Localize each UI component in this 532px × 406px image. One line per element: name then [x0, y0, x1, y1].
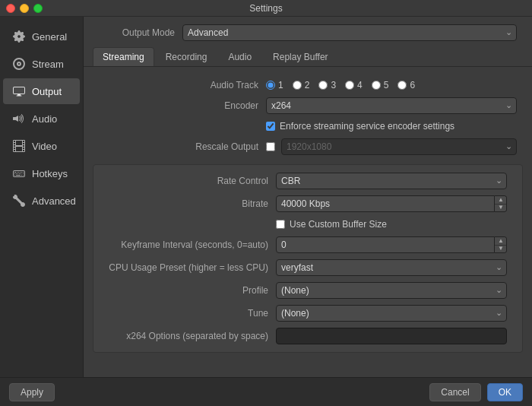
- cpu-preset-row: CPU Usage Preset (higher = less CPU) ver…: [93, 256, 522, 279]
- apply-button[interactable]: Apply: [9, 383, 55, 401]
- audio-track-3-radio[interactable]: [318, 81, 328, 90]
- bitrate-stepper: ▲ ▼: [276, 195, 507, 212]
- keyframe-up-button[interactable]: ▲: [495, 237, 507, 246]
- rate-control-row: Rate Control CBR: [93, 170, 522, 192]
- rescale-control: 1920x1080: [266, 138, 517, 155]
- audio-track-4-radio[interactable]: [345, 81, 354, 90]
- tab-recording[interactable]: Recording: [156, 47, 217, 66]
- custom-buffer-row: Use Custom Buffer Size: [93, 215, 522, 233]
- traffic-lights: [6, 4, 43, 13]
- sidebar-label-general: General: [32, 31, 67, 43]
- sidebar-label-audio: Audio: [32, 113, 57, 125]
- sidebar-item-video[interactable]: Video: [3, 133, 80, 159]
- x264-options-label: x264 Options (separated by space): [109, 331, 276, 341]
- audio-track-6[interactable]: 6: [397, 80, 415, 90]
- footer: Apply Cancel OK: [0, 377, 532, 406]
- sidebar: General Stream Output: [0, 17, 84, 377]
- advanced-settings-section: Rate Control CBR Bitrate: [93, 164, 523, 353]
- bitrate-control: ▲ ▼: [276, 195, 507, 212]
- audio-track-4[interactable]: 4: [345, 80, 363, 90]
- custom-buffer-checkbox[interactable]: [276, 220, 285, 229]
- output-mode-select[interactable]: Advanced: [182, 24, 517, 41]
- footer-right: Cancel OK: [429, 383, 523, 401]
- audio-track-5[interactable]: 5: [372, 80, 389, 90]
- rate-control-select[interactable]: CBR: [276, 173, 507, 189]
- stream-icon: [12, 57, 26, 71]
- tune-row: Tune (None): [93, 302, 522, 325]
- keyframe-row: Keyframe Interval (seconds, 0=auto) ▲ ▼: [93, 233, 522, 256]
- sidebar-item-general[interactable]: General: [3, 24, 80, 49]
- tab-streaming[interactable]: Streaming: [93, 47, 154, 66]
- audio-track-2[interactable]: 2: [293, 80, 310, 90]
- tab-replay-buffer[interactable]: Replay Buffer: [263, 47, 338, 66]
- rate-control-select-wrapper: CBR: [276, 173, 507, 189]
- title-bar: Settings: [0, 0, 532, 17]
- enforce-checkbox[interactable]: [266, 122, 275, 131]
- audio-track-3[interactable]: 3: [318, 80, 336, 90]
- bitrate-down-button[interactable]: ▼: [495, 205, 507, 212]
- audio-track-1-radio[interactable]: [266, 81, 275, 90]
- output-mode-row: Output Mode Advanced: [84, 17, 532, 47]
- profile-row: Profile (None): [93, 279, 522, 302]
- encoder-label: Encoder: [99, 100, 266, 111]
- encoder-row: Encoder x264: [84, 94, 532, 117]
- rescale-label: Rescale Output: [99, 141, 266, 152]
- cpu-preset-control: veryfast: [276, 259, 507, 276]
- profile-select[interactable]: (None): [276, 282, 507, 299]
- audio-track-label: Audio Track: [99, 80, 266, 90]
- maximize-button[interactable]: [33, 4, 43, 13]
- audio-track-row: Audio Track 1 2 3: [84, 76, 532, 94]
- cpu-preset-select[interactable]: veryfast: [276, 259, 507, 276]
- main-container: General Stream Output: [0, 17, 532, 377]
- audio-track-6-radio[interactable]: [397, 81, 407, 90]
- sidebar-label-hotkeys: Hotkeys: [32, 168, 68, 179]
- profile-control: (None): [276, 282, 507, 299]
- rescale-select[interactable]: 1920x1080: [281, 138, 517, 155]
- audio-track-1[interactable]: 1: [266, 80, 283, 90]
- keyframe-spin-buttons: ▲ ▼: [495, 236, 507, 253]
- custom-buffer-control: Use Custom Buffer Size: [276, 219, 507, 230]
- sidebar-label-stream: Stream: [32, 59, 64, 70]
- speaker-icon: [12, 112, 26, 125]
- enforce-checkbox-label[interactable]: Enforce streaming service encoder settin…: [266, 121, 454, 132]
- sidebar-item-output[interactable]: Output: [3, 78, 80, 104]
- tab-audio[interactable]: Audio: [218, 47, 261, 66]
- tune-select-wrapper: (None): [276, 305, 507, 322]
- custom-buffer-checkbox-label[interactable]: Use Custom Buffer Size: [276, 219, 387, 230]
- rescale-checkbox[interactable]: [266, 142, 275, 151]
- tabs-row: Streaming Recording Audio Replay Buffer: [84, 47, 532, 67]
- audio-track-5-radio[interactable]: [372, 81, 381, 90]
- bitrate-input[interactable]: [276, 195, 495, 212]
- enforce-control: Enforce streaming service encoder settin…: [266, 121, 517, 132]
- keyframe-label: Keyframe Interval (seconds, 0=auto): [109, 239, 276, 250]
- sidebar-label-advanced: Advanced: [32, 195, 76, 207]
- sidebar-item-hotkeys[interactable]: Hotkeys: [3, 160, 80, 186]
- keyframe-input[interactable]: [276, 236, 495, 253]
- audio-track-controls: 1 2 3 4 5: [266, 80, 517, 90]
- profile-label: Profile: [109, 285, 276, 296]
- encoder-control: x264: [266, 97, 517, 114]
- encoder-select[interactable]: x264: [266, 97, 517, 114]
- cpu-preset-label: CPU Usage Preset (higher = less CPU): [109, 262, 276, 273]
- rescale-row: Rescale Output 1920x1080: [84, 135, 532, 158]
- sidebar-item-audio[interactable]: Audio: [3, 106, 80, 132]
- x264-options-control: [276, 328, 507, 344]
- minimize-button[interactable]: [20, 4, 29, 13]
- sidebar-label-video: Video: [32, 141, 57, 152]
- keyboard-icon: [12, 167, 26, 180]
- ok-button[interactable]: OK: [487, 383, 523, 401]
- x264-options-input[interactable]: [276, 328, 507, 344]
- keyframe-down-button[interactable]: ▼: [495, 246, 507, 253]
- keyframe-stepper: ▲ ▼: [276, 236, 507, 253]
- custom-buffer-text: Use Custom Buffer Size: [290, 219, 387, 230]
- bitrate-up-button[interactable]: ▲: [495, 196, 507, 205]
- sidebar-label-output: Output: [32, 86, 62, 97]
- keyframe-control: ▲ ▼: [276, 236, 507, 253]
- audio-track-2-radio[interactable]: [293, 81, 302, 90]
- cancel-button[interactable]: Cancel: [429, 383, 480, 401]
- close-button[interactable]: [6, 4, 15, 13]
- tune-select[interactable]: (None): [276, 305, 507, 322]
- sidebar-item-stream[interactable]: Stream: [3, 51, 80, 77]
- encoder-select-wrapper: x264: [266, 97, 517, 114]
- sidebar-item-advanced[interactable]: Advanced: [3, 188, 80, 214]
